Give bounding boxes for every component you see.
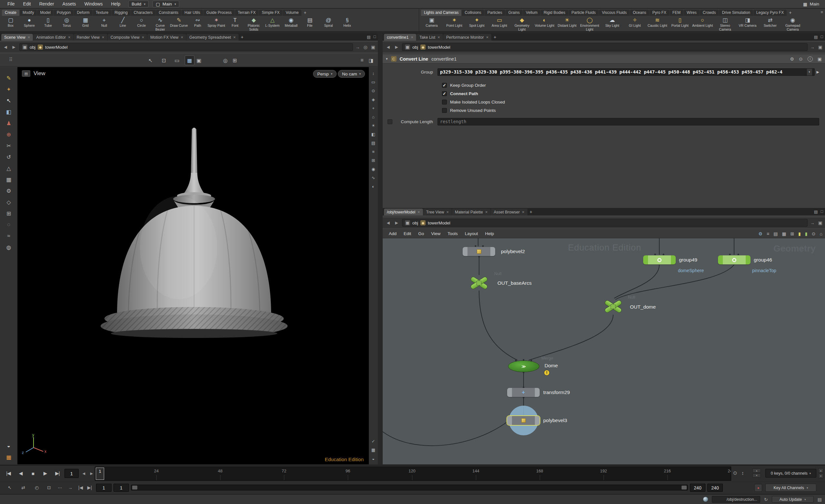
- display-options-icon[interactable]: ▤: [370, 140, 377, 146]
- line-tool[interactable]: ╱ Line: [114, 17, 132, 28]
- close-icon[interactable]: ×: [28, 35, 30, 40]
- sphere-tool[interactable]: ● Sphere: [20, 17, 39, 28]
- box-select-icon[interactable]: ⊡: [159, 56, 169, 65]
- node-out-dome[interactable]: [604, 299, 622, 314]
- warning-badge-icon[interactable]: !: [544, 370, 550, 376]
- vr-camera-tool[interactable]: ◨ VR Camera: [736, 17, 759, 28]
- shelf-tab[interactable]: Constraints: [156, 10, 181, 16]
- keys-info-field[interactable]: 0 keys, 0/0 channels ▾: [765, 469, 816, 478]
- node-out-basearcs[interactable]: [470, 275, 489, 291]
- network-menu-item[interactable]: Go: [415, 231, 428, 236]
- pose-tool-icon[interactable]: ♟: [3, 119, 14, 128]
- shelf-tab[interactable]: Volume: [283, 10, 301, 16]
- shelf-tab[interactable]: Viscous Fluids: [599, 10, 629, 16]
- area-light-tool[interactable]: ▭ Area Light: [488, 17, 511, 28]
- breadcrumb-node[interactable]: towerModel: [428, 221, 450, 225]
- rows-icon[interactable]: ▤: [773, 231, 777, 236]
- shelf-tab[interactable]: Rigid Bodies: [541, 10, 568, 16]
- display-toggle-icon[interactable]: ◒: [3, 441, 14, 450]
- close-icon[interactable]: ×: [446, 210, 449, 214]
- shelf-tab[interactable]: Collisions: [462, 10, 484, 16]
- table-icon[interactable]: ⊞: [791, 231, 795, 236]
- group-input[interactable]: p329-315-330 p329-330 p395-380-396-395 p…: [438, 68, 815, 76]
- switcher-tool[interactable]: ⇄ Switcher: [759, 17, 781, 28]
- shelf-tab[interactable]: FEM: [670, 10, 683, 16]
- parameter-menu-icon[interactable]: ▶: [815, 70, 819, 74]
- scroll-down-button[interactable]: ▾: [818, 474, 823, 478]
- grid-display-icon[interactable]: ⊞: [370, 157, 377, 163]
- shelf-tab[interactable]: Particles: [484, 10, 505, 16]
- shelf-tab[interactable]: Terrain FX: [235, 10, 258, 16]
- shelf-tab[interactable]: Lights and Cameras: [421, 10, 461, 16]
- metaball-tool[interactable]: ◉ Metaball: [282, 17, 300, 28]
- fit-range-icon[interactable]: ↕: [742, 470, 744, 476]
- add-shelf-tab-button[interactable]: +: [786, 10, 794, 16]
- close-icon[interactable]: ×: [411, 35, 413, 40]
- color-swatch-icon[interactable]: ▦: [370, 447, 377, 453]
- back-button[interactable]: ◀: [385, 221, 391, 225]
- follow-selection-icon[interactable]: →: [810, 45, 815, 50]
- tube-tool[interactable]: ▯ Tube: [39, 17, 57, 28]
- network-menu-item[interactable]: Help: [481, 231, 498, 236]
- back-button[interactable]: ◀: [3, 45, 8, 49]
- pane-tab[interactable]: Scene View ×: [1, 34, 33, 41]
- circle-tool[interactable]: ○ Circle: [132, 17, 151, 28]
- caustic-light-tool[interactable]: ≋ Caustic Light: [646, 17, 669, 28]
- range-start-handle[interactable]: [132, 486, 137, 490]
- shelf-tab[interactable]: Grains: [506, 10, 523, 16]
- view-focus-icon[interactable]: ⊙: [370, 88, 377, 94]
- viewport-canvas[interactable]: ▤ View Persp ▾ No cam ▾ y x z Education …: [17, 67, 369, 464]
- shelf-tab[interactable]: Pyro FX: [649, 10, 669, 16]
- node-flag-right[interactable]: [535, 416, 540, 425]
- shelf-tab[interactable]: Vellum: [523, 10, 540, 16]
- pin-pane-icon[interactable]: ▣: [818, 45, 822, 50]
- node-dome-merge[interactable]: ≫: [508, 361, 539, 372]
- node-group46[interactable]: [718, 256, 751, 265]
- point-display-icon[interactable]: ◉: [370, 166, 377, 172]
- font-tool[interactable]: T Font: [226, 17, 244, 28]
- pane-tab[interactable]: Tree View ×: [423, 209, 452, 215]
- close-icon[interactable]: ×: [486, 35, 489, 40]
- camera-link-icon[interactable]: ◎: [364, 45, 368, 50]
- pane-tab[interactable]: Render View ×: [74, 34, 107, 41]
- grid-tool-icon[interactable]: ▦: [3, 175, 14, 184]
- shelf-tab[interactable]: Particle Fluids: [569, 10, 599, 16]
- expand-view-icon[interactable]: ↕: [370, 70, 377, 76]
- playhead[interactable]: 1: [96, 467, 104, 480]
- magnify-icon[interactable]: ⊙: [799, 57, 803, 62]
- node-flag-right[interactable]: [746, 256, 751, 265]
- network-canvas[interactable]: Education Edition Geometry: [383, 238, 825, 464]
- shelf-tab[interactable]: Characters: [131, 10, 156, 16]
- pane-tab[interactable]: convertline1 ×: [384, 34, 416, 41]
- node-flag-left[interactable]: [463, 247, 467, 256]
- torus-tool[interactable]: ◎ Torus: [57, 17, 76, 28]
- breadcrumb-node[interactable]: towerModel: [45, 45, 68, 50]
- menu-item[interactable]: Render: [35, 0, 58, 8]
- forward-button[interactable]: ▶: [394, 45, 399, 49]
- menu-item[interactable]: Help: [107, 0, 125, 8]
- status-path-field[interactable]: /obj/destruction...: [712, 496, 760, 503]
- follow-selection-icon[interactable]: →: [810, 220, 815, 225]
- draw-curve-tool[interactable]: ✎ Draw Curve: [169, 17, 188, 28]
- auto-key-button[interactable]: ●: [754, 484, 762, 492]
- connect-path-checkbox[interactable]: ✓: [442, 91, 447, 96]
- range-start-field[interactable]: 1: [114, 484, 129, 492]
- add-view-icon[interactable]: +: [370, 105, 377, 111]
- path-breadcrumb[interactable]: ▦ obj ◆ towerModel: [402, 219, 808, 227]
- pane-menu-icon[interactable]: ▤: [814, 209, 818, 214]
- home-view-icon[interactable]: ⌂: [370, 114, 377, 120]
- viewport-layout-icon[interactable]: ▤: [22, 70, 30, 77]
- more-options-icon[interactable]: ⋯: [56, 483, 65, 492]
- pane-float-icon[interactable]: □: [821, 34, 823, 39]
- jump-end-button[interactable]: ▶|: [52, 468, 63, 479]
- list-icon[interactable]: ≡: [767, 231, 769, 236]
- breadcrumb-node[interactable]: towerModel: [428, 45, 450, 50]
- character-tool-icon[interactable]: ⊕: [3, 130, 14, 139]
- list-options-icon[interactable]: ≡: [370, 149, 377, 155]
- frame-ruler[interactable]: 1 24487296120144168192216240: [95, 466, 731, 481]
- pane-tab[interactable]: Composite View ×: [108, 34, 147, 41]
- compute-length-toggle[interactable]: [387, 119, 392, 124]
- play-reverse-button[interactable]: ◀: [15, 468, 26, 479]
- forward-button[interactable]: ▶: [11, 45, 17, 49]
- add-pane-tab-button[interactable]: +: [491, 34, 499, 41]
